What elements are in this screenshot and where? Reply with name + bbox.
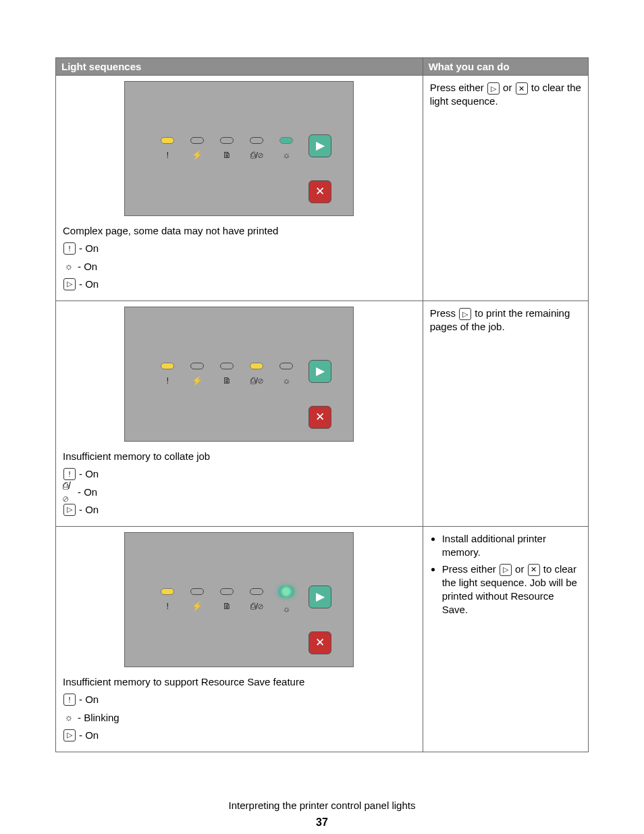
ready-icon: ☼ bbox=[282, 375, 290, 386]
ready-icon: ☼ bbox=[282, 150, 290, 160]
exclaim-icon: ! bbox=[63, 242, 76, 255]
led-error bbox=[161, 137, 174, 144]
led-paper bbox=[220, 363, 234, 369]
action-text: Press bbox=[430, 307, 459, 319]
led-error bbox=[161, 588, 174, 595]
sequence-caption: Insufficient memory to collate job bbox=[63, 450, 416, 463]
stop-button: ✕ bbox=[308, 180, 331, 203]
paper-icon: 🗎 bbox=[223, 150, 232, 160]
play-icon: ▷ bbox=[487, 82, 500, 95]
error-icon: ! bbox=[167, 601, 169, 611]
sequence-caption: Complex page, some data may not have pri… bbox=[63, 224, 416, 238]
led-paper bbox=[220, 137, 234, 144]
table-row: ! ⚡ 🗎 ⎙/⊘ ☼ ▶ ✕ Complex page, some data … bbox=[56, 76, 589, 301]
table-row: ! ⚡ 🗎 ⎙/⊘ ☼ ▶ ✕ Insufficient memory to c… bbox=[56, 301, 589, 527]
action-item: Install additional printer memory. bbox=[442, 532, 581, 560]
led-jam bbox=[190, 363, 204, 369]
led-ready bbox=[279, 137, 293, 144]
printer-panel-illustration: ! ⚡ 🗎 ⎙/⊘ ☼ ▶ ✕ bbox=[124, 307, 354, 442]
printer-panel-illustration: ! ⚡ 🗎 ⎙/⊘ ☼ ▶ ✕ bbox=[124, 81, 354, 216]
header-what-you-can-do: What you can do bbox=[423, 58, 588, 76]
printer-panel-illustration: ! ⚡ 🗎 ⎙/⊘ ☼ ▶ ✕ bbox=[124, 532, 354, 667]
play-icon: ▷ bbox=[63, 278, 76, 290]
header-light-sequences: Light sequences bbox=[56, 58, 423, 76]
sun-icon: ☼ bbox=[63, 261, 75, 273]
play-icon: ▷ bbox=[459, 308, 471, 320]
x-icon: ✕ bbox=[528, 564, 540, 576]
play-icon: ▷ bbox=[63, 729, 76, 741]
led-ready bbox=[279, 363, 293, 369]
go-button: ▶ bbox=[308, 360, 331, 383]
stop-button: ✕ bbox=[308, 406, 331, 429]
error-icon: ! bbox=[167, 375, 169, 386]
play-icon: ▷ bbox=[63, 504, 76, 516]
go-button: ▶ bbox=[308, 134, 331, 157]
exclaim-icon: ! bbox=[63, 468, 76, 480]
toner-icon: ⎙/⊘ bbox=[250, 601, 264, 611]
stop-button: ✕ bbox=[308, 631, 331, 654]
action-text: Press either bbox=[430, 82, 487, 93]
toner-icon: ⎙/⊘ bbox=[250, 150, 264, 160]
table-row: ! ⚡ 🗎 ⎙/⊘ ☼ ▶ ✕ Insufficient memory to s… bbox=[56, 527, 589, 752]
go-button: ▶ bbox=[308, 585, 331, 608]
led-toner bbox=[250, 363, 263, 369]
led-error bbox=[161, 363, 174, 369]
ready-icon: ☼ bbox=[282, 604, 290, 614]
action-item: Press either ▷ or ✕ to clear the light s… bbox=[442, 563, 581, 617]
jam-icon: ⚡ bbox=[192, 601, 203, 611]
paper-icon: 🗎 bbox=[223, 375, 232, 386]
play-icon: ▷ bbox=[500, 564, 512, 576]
led-jam bbox=[190, 137, 204, 144]
x-icon: ✕ bbox=[516, 82, 528, 95]
exclaim-icon: ! bbox=[63, 694, 76, 706]
jam-icon: ⚡ bbox=[192, 375, 203, 386]
led-ready-blinking bbox=[278, 585, 294, 598]
error-icon: ! bbox=[167, 150, 169, 160]
light-sequence-table: Light sequences What you can do ! ⚡ 🗎 ⎙/… bbox=[55, 57, 589, 752]
led-paper bbox=[220, 588, 234, 595]
led-toner bbox=[250, 137, 263, 144]
page-number: 37 bbox=[55, 816, 589, 829]
toner-icon: ⎙/⊘ bbox=[250, 375, 264, 386]
jam-icon: ⚡ bbox=[192, 150, 203, 160]
led-jam bbox=[190, 588, 204, 595]
sequence-caption: Insufficient memory to support Resource … bbox=[63, 675, 416, 689]
sun-icon: ☼ bbox=[63, 712, 75, 724]
action-list: Install additional printer memory. Press… bbox=[442, 532, 581, 617]
page-footer: Interpreting the printer control panel l… bbox=[55, 800, 589, 811]
paper-icon: 🗎 bbox=[223, 601, 232, 611]
led-toner bbox=[250, 588, 263, 595]
toner-icon: ⎙/⊘ bbox=[63, 486, 75, 498]
